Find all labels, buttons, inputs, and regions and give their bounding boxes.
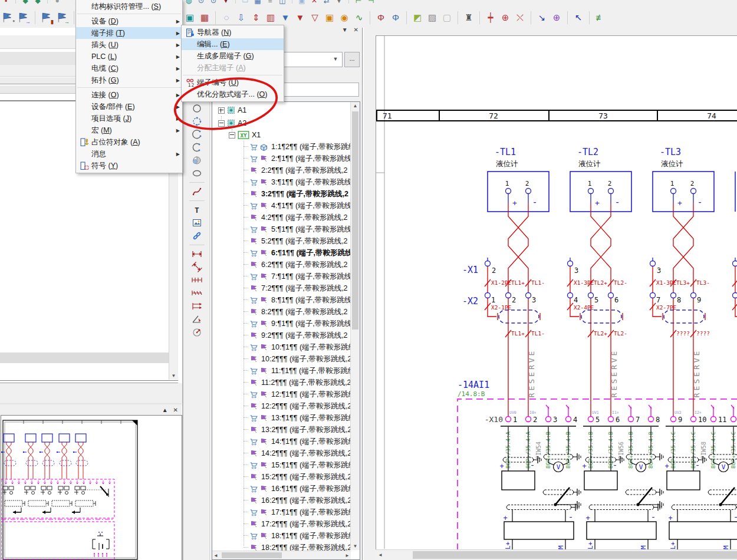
menu-item-插头[interactable]: 插头 (U)▶ (76, 39, 182, 51)
tree-row[interactable]: 5:¶1¶¶ (端子,带鞍形跳线,2 (244, 223, 358, 235)
circle-cross-red-icon[interactable]: ⊕ (499, 13, 511, 22)
toolbar-mini-icon[interactable]: ◆ (21, 0, 30, 4)
tree-row[interactable]: 16:2¶¶¶ (端子,带鞍形跳线,2 (244, 495, 352, 506)
dimension-chain-icon[interactable] (190, 275, 204, 285)
corner-fill-icon[interactable]: ◩ (412, 13, 423, 22)
filter-clear-icon[interactable]: ▽ (309, 13, 321, 22)
submenu-item-编辑[interactable]: 编辑... (E) (182, 38, 284, 50)
tree-row[interactable]: 15:¶1¶¶ (端子,带鞍形跳线,2 (244, 459, 360, 471)
toolbar-mini-icon[interactable]: ⊙ (196, 0, 206, 4)
insert-hyperlink-icon[interactable] (190, 230, 204, 241)
submenu-item-导航器[interactable]: 导航器 (N) (182, 27, 284, 38)
scroll-thumb[interactable] (352, 111, 358, 330)
tree-row[interactable]: 1:1¶2¶¶ (端子,带鞍形跳线,2 (244, 141, 360, 153)
tree-row[interactable]: 14:2¶¶¶ (端子,带鞍形跳线,2 (244, 447, 352, 459)
menu-item-结构标识符管理[interactable]: 结构标识符管理... (S) (76, 1, 182, 12)
cross-wire-icon[interactable]: ≢ (594, 13, 606, 22)
tree-row[interactable]: 2:2¶¶¶ (端子,带鞍形跳线,2 (244, 164, 348, 176)
menu-item-电缆[interactable]: 电缆 (C)▶ (76, 62, 182, 74)
filter-blue-icon[interactable]: ▼ (279, 13, 291, 22)
orange-frame-icon[interactable]: ▣ (324, 13, 335, 22)
toolbar-mini-icon[interactable]: ✕ (310, 0, 319, 4)
menu-item-设备部件[interactable]: 设备/部件 (E)▶ (76, 101, 182, 113)
dimension-angle-icon[interactable] (190, 314, 204, 324)
scroll-thumb[interactable] (413, 551, 737, 559)
tree-row[interactable]: 11:2¶¶¶ (端子,带鞍形跳线,2 (244, 377, 351, 388)
dimension-linear-icon[interactable] (190, 249, 204, 259)
submenu-item-端子编号[interactable]: 12端子编号 (U) (182, 77, 284, 88)
menu-item-项目选项[interactable]: 项目选项 (J)▶ (76, 113, 182, 124)
draw-arc2-icon[interactable] (190, 142, 204, 153)
dimension-aligned-icon[interactable] (190, 262, 204, 272)
toolbar-mini-icon[interactable]: ⊣ (366, 0, 376, 4)
preview-close-icon[interactable]: ✕ (173, 407, 178, 413)
tree-row[interactable]: A2 (218, 117, 246, 129)
menu-item-PLC[interactable]: PLC (L)▶ (76, 51, 182, 62)
tree-row[interactable]: 3:¶1¶¶ (端子,带鞍形跳线,2 (244, 176, 358, 188)
chevron-down-icon[interactable]: ▼ (330, 54, 341, 64)
project-settings-flag-icon[interactable]: * (1, 12, 14, 24)
draw-ellipse-icon[interactable] (190, 168, 204, 179)
tree-row[interactable]: 6:2¶¶¶ (端子,带鞍形跳线,2 (244, 259, 348, 271)
scroll-right-icon[interactable]: ► (345, 553, 350, 558)
project-forward-flag-icon[interactable]: → (17, 12, 30, 24)
tree-row[interactable]: 17:2¶¶¶ (端子,带鞍形跳线,2 (244, 518, 352, 530)
expand-icon[interactable] (218, 107, 225, 114)
menu-item-消息[interactable]: 消息▶ (76, 148, 182, 160)
triple-wire-icon[interactable]: ┿ (485, 13, 496, 22)
tree-row[interactable]: 3:2¶¶¶ (端子,带鞍形跳线,2 (244, 188, 348, 200)
tree-row[interactable]: 8:2¶¶¶ (端子,带鞍形跳线,2 (244, 306, 348, 318)
filter-red-icon[interactable]: ▼ (294, 13, 306, 22)
navigator-menu-icon[interactable]: ▼ (342, 27, 348, 33)
insert-text-icon[interactable]: T (190, 205, 204, 215)
tree-row[interactable]: 13:¶1¶¶ (端子,带鞍形跳线,2 (244, 412, 360, 424)
draw-sector-icon[interactable] (190, 155, 204, 166)
dimension-radius-icon[interactable] (190, 327, 204, 337)
preview-canvas[interactable] (1, 415, 182, 560)
tree-row[interactable]: 7:2¶¶¶ (端子,带鞍形跳线,2 (244, 282, 348, 294)
toolbar-mini-icon[interactable]: ▼ (334, 0, 344, 4)
toolbar-mini-icon[interactable]: ◆ (33, 0, 42, 4)
insert-image-icon[interactable] (190, 218, 204, 228)
toolbar-mini-icon[interactable]: ◫ (278, 0, 287, 4)
tree-row[interactable]: 9:2¶¶¶ (端子,带鞍形跳线,2 (244, 330, 348, 341)
tree-row[interactable]: 4:2¶¶¶ (端子,带鞍形跳线,2 (244, 212, 348, 223)
coil-blue-icon[interactable]: Φ (390, 13, 402, 22)
tree-row[interactable]: 8:¶1¶¶ (端子,带鞍形跳线,2 (244, 294, 358, 306)
submenu-item-优化分散式端子[interactable]: 优化分散式端子... (O) (182, 88, 284, 100)
project-import-flag-icon[interactable]: → (56, 12, 69, 24)
scroll-up-icon[interactable]: ▲ (351, 103, 360, 108)
tree-row[interactable]: 13:2¶¶¶ (端子,带鞍形跳线,2 (244, 424, 352, 436)
coil-red-icon[interactable]: Φ (375, 13, 387, 22)
tree-row[interactable]: 4:¶1¶¶ (端子,带鞍形跳线,2 (244, 200, 358, 212)
tree-horizontal-scrollbar[interactable]: ◄► (212, 551, 351, 559)
insert-below-icon[interactable]: ⇩ (235, 13, 247, 22)
menu-item-连接[interactable]: 连接 (O)▶ (76, 89, 182, 101)
collapse-icon[interactable] (229, 132, 235, 139)
stamp-icon[interactable]: ♜ (463, 13, 475, 22)
menu-item-拓扑[interactable]: 拓扑 (G)▶ (76, 74, 182, 86)
toolbar-mini-icon[interactable]: ⊙ (209, 0, 218, 4)
tree-row[interactable]: 9:¶1¶¶ (端子,带鞍形跳线,2 (244, 318, 358, 330)
tree-row[interactable]: 2:¶1¶¶ (端子,带鞍形跳线,2 (244, 153, 358, 164)
toolbar-mini-icon[interactable]: ▪ (1, 0, 11, 4)
hatch-icon[interactable]: ▨ (426, 13, 438, 22)
tree-row[interactable]: 14:¶1¶¶ (端子,带鞍形跳线,2 (244, 436, 360, 447)
angle-blue-icon[interactable]: ↘ (536, 13, 548, 22)
draw-spline-icon[interactable] (190, 186, 204, 197)
tree-row[interactable]: 12:2¶¶¶ (端子,带鞍形跳线,2 (244, 400, 352, 412)
scroll-left-icon[interactable]: ◄ (213, 553, 218, 558)
filter-more-button[interactable]: ... (344, 52, 360, 67)
tree-row[interactable]: 6:¶1¶¶ (端子,带鞍形跳线,2 (244, 247, 358, 259)
menu-item-设备[interactable]: 设备 (D)▶ (76, 15, 182, 27)
schematic-horizontal-scrollbar[interactable]: ◄ (376, 549, 737, 560)
menu-item-宏[interactable]: 宏 (M)▶ (76, 124, 182, 136)
tree-row[interactable]: 12:¶1¶¶ (端子,带鞍形跳线,2 (244, 388, 360, 400)
tree-row[interactable]: 18:¶1¶¶ (端子,带鞍形跳线,2 (244, 530, 360, 542)
tree-vertical-scrollbar[interactable]: ▲▼ (350, 102, 360, 550)
dimension-continued-icon[interactable] (190, 288, 204, 298)
select-similar-icon[interactable]: ◌ (221, 13, 232, 22)
tree-row[interactable]: 7:¶1¶¶ (端子,带鞍形跳线,2 (244, 271, 358, 282)
tree-row[interactable]: XYX1 (229, 129, 261, 141)
wave-icon[interactable]: ∿ (353, 13, 365, 22)
